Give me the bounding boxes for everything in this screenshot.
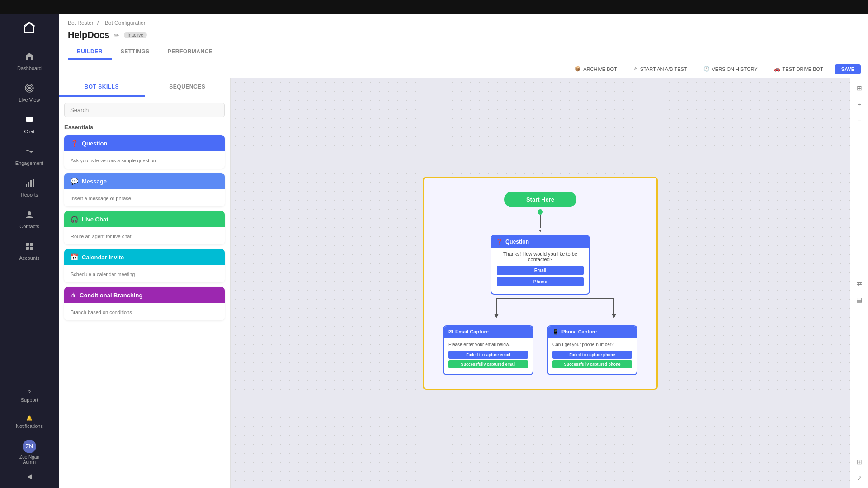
user-menu[interactable]: ZN Zoe Ngan Admin — [19, 435, 39, 469]
question-node-icon: ❓ — [496, 239, 503, 245]
skills-panel: BOT SKILLS SEQUENCES Essentials ❓ Questi… — [59, 78, 231, 488]
sidebar-item-label: Chat — [24, 129, 34, 134]
sidebar-item-label: Contacts — [19, 224, 39, 229]
panel-right-icon[interactable]: ▤ — [853, 293, 866, 306]
search-input[interactable] — [64, 103, 225, 117]
message-skill-icon: 💬 — [71, 178, 78, 185]
svg-rect-3 — [26, 117, 33, 122]
grid-icon[interactable]: ⊞ — [853, 455, 866, 468]
flow-email-capture: ✉ Email Capture Please enter your email … — [443, 325, 533, 375]
zoom-fit-icon[interactable]: ⊞ — [853, 82, 866, 94]
svg-rect-7 — [33, 179, 34, 187]
connect-icon[interactable]: ⇄ — [853, 277, 866, 290]
sidebar-item-chat[interactable]: Chat — [0, 109, 59, 141]
tab-builder[interactable]: BUILDER — [68, 45, 112, 60]
skills-tabs: BOT SKILLS SEQUENCES — [59, 78, 230, 97]
flow-question-node: ❓ Question Thanks! How would you like to… — [491, 235, 590, 295]
skills-body: Essentials ❓ Question Ask your site visi… — [59, 97, 230, 488]
email-success-button[interactable]: Successfully captured email — [448, 360, 528, 368]
ab-test-icon: ⚠ — [633, 66, 638, 72]
question-node-title: Question — [505, 239, 529, 245]
save-button[interactable]: SAVE — [835, 64, 861, 74]
skill-card-calendar-invite[interactable]: 📅 Calendar Invite Schedule a calendar me… — [64, 249, 225, 282]
right-panel: ⊞ + − ⇄ ▤ ⊞ ⤢ — [850, 78, 868, 488]
sidebar-item-label: Engagement — [15, 160, 43, 166]
user-role: Admin — [23, 460, 36, 465]
archive-icon: 📦 — [575, 66, 581, 72]
sidebar-item-support[interactable]: ? Support — [0, 383, 59, 409]
tab-performance[interactable]: PERFORMANCE — [159, 45, 222, 60]
avatar: ZN — [23, 440, 36, 453]
sidebar-collapse-button[interactable]: ◀ — [24, 469, 36, 483]
flow-diagram: Start Here ▼ ❓ Question — [423, 177, 658, 390]
email-fail-button[interactable]: Failed to capture email — [448, 351, 528, 359]
svg-rect-4 — [26, 184, 27, 187]
sidebar-item-notifications[interactable]: 🔔 Notifications — [0, 409, 59, 435]
support-icon: ? — [28, 389, 31, 395]
flow-branch-lines — [438, 298, 643, 321]
tab-settings[interactable]: SETTINGS — [112, 45, 159, 60]
skill-card-question[interactable]: ❓ Question Ask your site visitors a simp… — [64, 135, 225, 169]
flow-email-button[interactable]: Email — [497, 266, 584, 275]
sidebar-item-label: Dashboard — [17, 66, 42, 71]
header-tabs: BUILDER SETTINGS PERFORMANCE — [68, 45, 859, 60]
version-history-button[interactable]: 🕐 VERSION HISTORY — [699, 64, 762, 74]
zoom-in-icon[interactable]: + — [853, 98, 866, 111]
question-skill-title: Question — [82, 140, 107, 147]
skill-card-message[interactable]: 💬 Message Insert a message or phrase — [64, 173, 225, 206]
accounts-icon — [25, 242, 34, 253]
svg-point-8 — [28, 211, 31, 215]
flow-phone-capture: 📱 Phone Capture Can I get your phone num… — [547, 325, 637, 375]
sidebar: Dashboard Live View Chat — [0, 14, 59, 488]
edit-title-icon[interactable]: ✏ — [114, 32, 119, 39]
test-drive-bot-button[interactable]: 🚗 TEST DRIVE BOT — [769, 64, 828, 74]
sidebar-item-contacts[interactable]: Contacts — [0, 204, 59, 235]
flow-question-text: Thanks! How would you like to be contact… — [497, 251, 584, 262]
svg-rect-11 — [26, 247, 29, 250]
sidebar-item-accounts[interactable]: Accounts — [0, 235, 59, 267]
sidebar-logo — [23, 21, 36, 37]
skill-card-conditional-branching[interactable]: ⋔ Conditional Branching Branch based on … — [64, 287, 225, 320]
email-capture-text: Please enter your email below. — [448, 342, 528, 347]
email-capture-node: ✉ Email Capture Please enter your email … — [443, 325, 533, 375]
breadcrumb: Bot Roster / Bot Configuration — [68, 20, 859, 26]
archive-bot-button[interactable]: 📦 ARCHIVE BOT — [570, 64, 622, 74]
flow-branch-nodes: ✉ Email Capture Please enter your email … — [438, 325, 643, 375]
breadcrumb-bot-roster[interactable]: Bot Roster — [68, 20, 94, 26]
sidebar-item-reports[interactable]: Reports — [0, 172, 59, 204]
status-badge: Inactive — [124, 32, 146, 38]
branching-skill-title: Conditional Branching — [80, 292, 142, 299]
flow-phone-button[interactable]: Phone — [497, 277, 584, 286]
branching-skill-desc: Branch based on conditions — [71, 310, 132, 315]
flow-dot — [538, 209, 543, 215]
phone-capture-title: Phone Capture — [561, 329, 597, 334]
page-header: Bot Roster / Bot Configuration HelpDocs … — [59, 14, 868, 60]
sidebar-item-dashboard[interactable]: Dashboard — [0, 46, 59, 77]
dashboard-icon — [25, 52, 34, 63]
tab-sequences[interactable]: SEQUENCES — [145, 78, 231, 97]
calendar-skill-title: Calendar Invite — [82, 254, 124, 261]
phone-success-button[interactable]: Successfully captured phone — [552, 360, 632, 368]
user-name: Zoe Ngan — [19, 455, 39, 460]
chat-icon — [25, 115, 34, 127]
sidebar-item-engagement[interactable]: Engagement — [0, 141, 59, 172]
email-capture-header: ✉ Email Capture — [444, 326, 533, 338]
zoom-out-icon[interactable]: − — [853, 114, 866, 127]
phone-capture-node: 📱 Phone Capture Can I get your phone num… — [547, 325, 637, 375]
message-skill-desc: Insert a message or phrase — [71, 196, 131, 201]
phone-capture-icon: 📱 — [552, 329, 559, 335]
test-drive-icon: 🚗 — [774, 66, 780, 72]
sidebar-item-label: Live View — [19, 97, 40, 103]
flow-arrow-top: ▼ — [538, 228, 542, 233]
breadcrumb-bot-configuration: Bot Configuration — [105, 20, 147, 26]
phone-fail-button[interactable]: Failed to capture phone — [552, 351, 632, 359]
flow-canvas[interactable]: Start Here ▼ ❓ Question — [231, 78, 850, 488]
sidebar-item-live-view[interactable]: Live View — [0, 77, 59, 109]
skill-card-live-chat[interactable]: 🎧 Live Chat Route an agent for live chat — [64, 211, 225, 244]
tab-bot-skills[interactable]: BOT SKILLS — [59, 78, 145, 97]
section-title: Essentials — [64, 124, 225, 131]
fullscreen-icon[interactable]: ⤢ — [853, 472, 866, 484]
calendar-skill-desc: Schedule a calendar meeting — [71, 272, 135, 277]
start-ab-test-button[interactable]: ⚠ START AN A/B TEST — [629, 64, 692, 74]
svg-rect-9 — [26, 243, 29, 246]
